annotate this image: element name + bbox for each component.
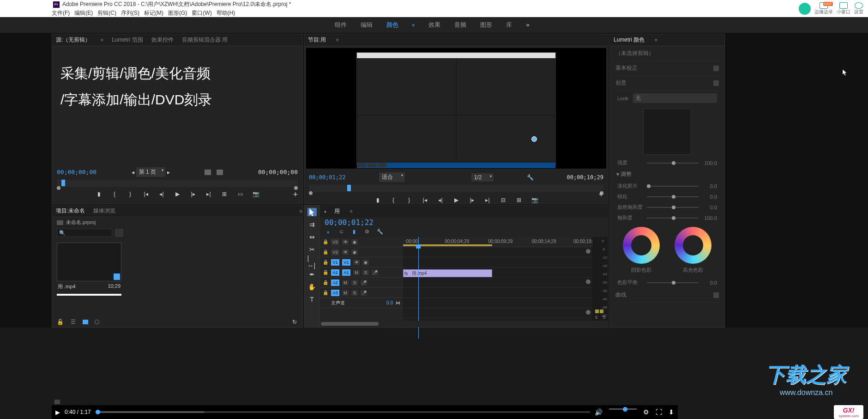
seq-prev-icon[interactable]: ◂ [324, 209, 326, 214]
keyframe-icon[interactable]: ⋈ [396, 300, 400, 305]
step-fwd-icon[interactable]: |▸ [190, 191, 196, 197]
menu-marker[interactable]: 标记(M) [144, 9, 163, 17]
track-select-tool-icon[interactable]: ⇉ [307, 220, 317, 229]
page-next-icon[interactable]: ▸ [167, 169, 170, 176]
list-view-icon[interactable]: ☰ [70, 319, 76, 325]
menu-help[interactable]: 帮助(H) [217, 9, 235, 17]
vscroll-knob[interactable] [586, 279, 591, 284]
timeline-hscroll[interactable] [320, 321, 608, 327]
ext-logo[interactable] [799, 3, 811, 15]
source-ruler[interactable] [57, 180, 298, 187]
program-playhead-icon[interactable] [347, 185, 351, 191]
media-clip-item[interactable]: 用 .mp4 10;29 [57, 243, 121, 296]
shadow-tint-wheel[interactable]: 阴影色彩 [621, 227, 661, 273]
lock-icon[interactable]: 🔒 [323, 270, 328, 275]
intensity-slider[interactable]: 强度 100.0 [614, 158, 721, 168]
tab-effect-controls[interactable]: 效果控件 [151, 36, 174, 44]
lock-icon[interactable]: 🔒 [323, 260, 328, 265]
lock-icon[interactable]: 🔒 [323, 239, 328, 244]
filter-icon[interactable] [115, 229, 123, 237]
track-header-a3[interactable]: 🔒A3MS🎤 [320, 288, 403, 298]
tab-audio-mixer[interactable]: 音频剪辑混合器:用 [182, 36, 228, 44]
timeline-tracks[interactable]: :00;00 00;00;04;29 00;00;09;29 00;00;14;… [403, 237, 592, 321]
menu-edit[interactable]: 编辑(E) [74, 9, 93, 17]
p-export-frame-icon[interactable]: 📷 [531, 197, 538, 203]
goto-out-icon[interactable]: ▸| [205, 191, 212, 197]
lumetri-curves-section[interactable]: 曲线 [614, 288, 721, 303]
hand-tool-icon[interactable]: ✋ [307, 283, 317, 291]
ws-graphics[interactable]: 图形 [480, 21, 492, 29]
tab-source[interactable]: 源:（无剪辑） [56, 36, 90, 44]
faded-film-slider[interactable]: 淡化胶片0.0 [614, 181, 721, 191]
track-header-v1[interactable]: 🔒V1V1👁◉ [320, 257, 403, 267]
slip-tool-icon[interactable]: |↔| [307, 258, 317, 266]
out-point-icon[interactable]: } [127, 191, 133, 197]
source-patch-v1[interactable]: V1 [331, 259, 339, 266]
play-icon[interactable]: ▶ [174, 191, 181, 197]
source-playhead-icon[interactable] [61, 180, 65, 186]
p-step-back-icon[interactable]: ◂| [437, 197, 444, 203]
wrench-icon[interactable]: 🔧 [527, 174, 533, 181]
info-icon[interactable] [54, 400, 60, 404]
ws-libraries[interactable]: 库 [506, 21, 512, 29]
marker-icon[interactable]: ▮ [96, 191, 102, 197]
page-prev-icon[interactable]: ◂ [132, 169, 134, 176]
p-goto-out-icon[interactable]: ▸| [484, 197, 491, 203]
seq-menu-icon[interactable]: ≡ [350, 209, 353, 214]
insert-icon[interactable]: ⊞ [221, 191, 228, 197]
p-lift-icon[interactable]: ⊟ [500, 197, 506, 203]
vscroll-knob[interactable] [586, 249, 591, 254]
track-header-v2[interactable]: 🔒V2👁◉ [320, 247, 403, 257]
menu-clip[interactable]: 剪辑(C) [97, 9, 116, 17]
source-tc-in[interactable]: 00;00;00;00 [57, 169, 96, 176]
fullscreen-icon[interactable]: ⛶ [656, 408, 662, 416]
p-in-icon[interactable]: { [390, 197, 397, 203]
toggle-output-icon[interactable]: 👁 [353, 260, 360, 265]
ws-overflow-icon[interactable]: » [526, 21, 533, 29]
track-header-a2[interactable]: 🔒A2MS🎤 [320, 278, 403, 288]
vscroll-knob[interactable] [586, 310, 591, 315]
ext-mini[interactable]: 小窗口 [837, 2, 850, 15]
track-header-a1[interactable]: 🔒A1A1MS🎤 [320, 267, 403, 278]
menu-sequence[interactable]: 序列(S) [121, 9, 139, 17]
source-out-icon[interactable] [217, 170, 223, 175]
sharpen-slider[interactable]: 锐化0.0 [614, 191, 721, 202]
ws-color[interactable]: 颜色 [386, 21, 398, 29]
fit-dropdown[interactable]: 适合 [379, 172, 405, 182]
tab-project[interactable]: 项目:未命名 [56, 207, 85, 215]
toggle-output-icon[interactable]: 👁 [342, 249, 349, 255]
ext-record[interactable]: HOT 边播边录 [814, 2, 833, 15]
track-header-v3[interactable]: 🔒V3👁◉ [320, 237, 403, 247]
menu-window[interactable]: 窗口(W) [192, 9, 211, 17]
write-lock-icon[interactable]: 🔓 [57, 319, 63, 325]
lock-icon[interactable]: 🔒 [323, 290, 328, 295]
p-out-icon[interactable]: } [406, 197, 412, 203]
source-settings-icon[interactable] [205, 170, 211, 175]
solo-left[interactable]: S [595, 315, 597, 320]
video-progress-bar[interactable] [96, 411, 590, 413]
marker-add-icon[interactable]: ▮ [350, 228, 358, 235]
intensity-value[interactable]: 100.0 [702, 160, 717, 166]
voice-over-icon[interactable]: 🎤 [361, 290, 367, 296]
sequence-tab[interactable]: 用 [334, 207, 340, 215]
step-back-icon[interactable]: ◂| [158, 191, 165, 197]
lumetri-creative-section[interactable]: 创意 [614, 76, 721, 91]
ruler-knob-left[interactable] [57, 186, 60, 190]
solo-right[interactable]: S [603, 315, 605, 320]
video-clip[interactable]: fx 用.mp4 [403, 269, 492, 277]
zoom-dropdown[interactable]: 1/2 [471, 173, 494, 182]
volume-icon[interactable]: 🔊 [595, 408, 603, 416]
look-dropdown[interactable]: 无 [633, 93, 717, 103]
p-step-fwd-icon[interactable]: |▸ [469, 197, 475, 203]
timeline-timecode[interactable]: 00;00;01;22 [320, 217, 608, 228]
p-marker-icon[interactable]: ▮ [374, 197, 381, 203]
menu-graphics[interactable]: 图形(G) [168, 9, 187, 17]
p-add-button-icon[interactable]: + [598, 190, 603, 200]
type-tool-icon[interactable]: T [307, 295, 317, 304]
overwrite-icon[interactable]: ▭ [237, 191, 243, 197]
timeline-ruler[interactable]: :00;00 00;00;04;29 00;00;09;29 00;00;14;… [403, 237, 592, 247]
icon-view-icon[interactable] [83, 320, 88, 324]
lock-icon[interactable]: 🔒 [323, 249, 328, 255]
checkbox-icon[interactable] [713, 292, 719, 298]
snap-icon[interactable]: ⁎ [325, 228, 332, 235]
